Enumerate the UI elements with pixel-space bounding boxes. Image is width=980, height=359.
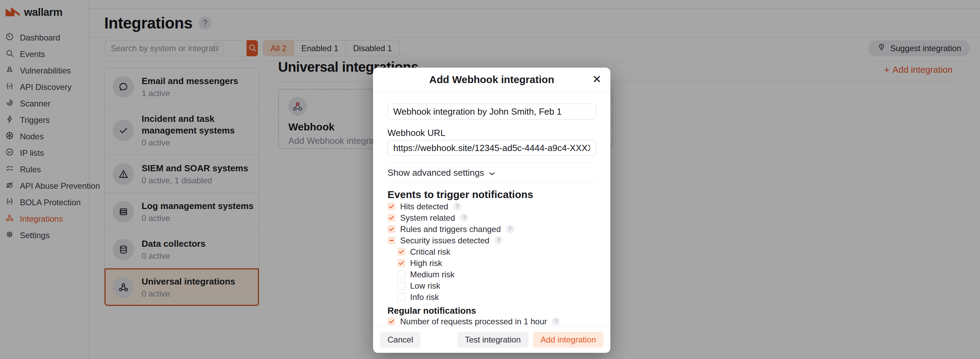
webhook-url-input[interactable] bbox=[388, 140, 596, 156]
app-root: wallarm Dashboard Events Vulnerabilities… bbox=[0, 0, 980, 359]
checkbox-checked[interactable] bbox=[388, 318, 395, 325]
checkbox-rules-triggers-changed[interactable]: Rules and triggers changed ? bbox=[388, 223, 596, 235]
checkbox-unchecked[interactable] bbox=[398, 293, 405, 301]
checkbox-checked[interactable] bbox=[388, 225, 395, 233]
add-integration-button[interactable]: Add integration bbox=[533, 332, 603, 348]
events-heading: Events to trigger notifications bbox=[388, 188, 596, 201]
checkbox-low-risk[interactable]: Low risk bbox=[398, 280, 596, 291]
checkbox-checked[interactable] bbox=[398, 248, 405, 256]
modal-footer: Cancel Test integration Add integration bbox=[373, 326, 610, 353]
test-integration-button[interactable]: Test integration bbox=[457, 332, 528, 348]
close-icon[interactable]: ✕ bbox=[592, 73, 601, 85]
checkbox-unchecked[interactable] bbox=[398, 282, 405, 290]
show-advanced-settings-toggle[interactable]: Show advanced settings bbox=[388, 163, 596, 183]
regular-notifications-heading: Regular notifications bbox=[388, 305, 596, 316]
webhook-url-label: Webhook URL bbox=[388, 128, 596, 138]
checkbox-unchecked[interactable] bbox=[398, 270, 405, 278]
integration-name-input[interactable] bbox=[388, 104, 596, 120]
checkbox-medium-risk[interactable]: Medium risk bbox=[398, 269, 596, 280]
modal-title: Add Webhook integration bbox=[429, 74, 554, 85]
checkbox-checked[interactable] bbox=[398, 259, 405, 267]
help-icon[interactable]: ? bbox=[453, 202, 461, 211]
help-icon[interactable]: ? bbox=[506, 225, 514, 233]
checkbox-high-risk[interactable]: High risk bbox=[398, 257, 596, 269]
help-icon[interactable]: ? bbox=[552, 317, 560, 326]
checkbox-hits-detected[interactable]: Hits detected ? bbox=[388, 201, 596, 212]
chevron-down-icon bbox=[489, 168, 495, 178]
checkbox-info-risk[interactable]: Info risk bbox=[398, 291, 596, 303]
checkbox-requests-per-hour[interactable]: Number of requests processed in 1 hour ? bbox=[388, 316, 596, 327]
checkbox-checked[interactable] bbox=[388, 214, 395, 222]
help-icon[interactable]: ? bbox=[494, 236, 503, 245]
checkbox-checked[interactable] bbox=[388, 203, 395, 211]
modal-header: Add Webhook integration ✕ bbox=[373, 68, 610, 92]
checkbox-critical-risk[interactable]: Critical risk bbox=[398, 246, 596, 257]
checkbox-indeterminate[interactable] bbox=[388, 236, 395, 244]
modal-body: Webhook URL Show advanced settings Event… bbox=[373, 92, 610, 327]
help-icon[interactable]: ? bbox=[460, 214, 468, 222]
cancel-button[interactable]: Cancel bbox=[380, 332, 421, 348]
checkbox-security-issues-detected[interactable]: Security issues detected ? bbox=[388, 235, 596, 246]
checkbox-system-related[interactable]: System related ? bbox=[388, 212, 596, 223]
add-webhook-modal: Add Webhook integration ✕ Webhook URL Sh… bbox=[373, 68, 610, 353]
